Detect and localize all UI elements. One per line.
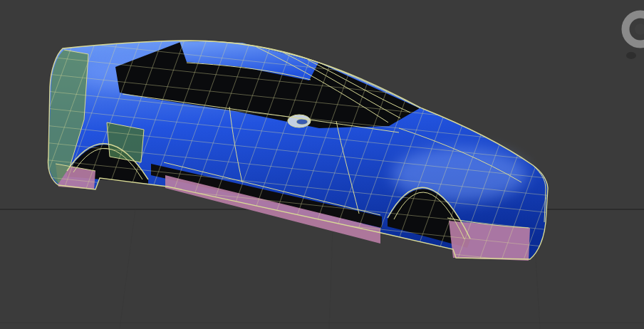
viewport-3d[interactable] xyxy=(0,0,644,329)
grid-line xyxy=(120,209,135,329)
gizmo-core xyxy=(635,24,644,35)
navigation-gizmo[interactable] xyxy=(625,14,644,59)
scene-svg[interactable] xyxy=(0,0,644,329)
gizmo-shadow-dot xyxy=(626,52,636,59)
wireframe-mesh-overlay xyxy=(48,41,548,259)
car-body-mesh[interactable] xyxy=(48,41,548,261)
